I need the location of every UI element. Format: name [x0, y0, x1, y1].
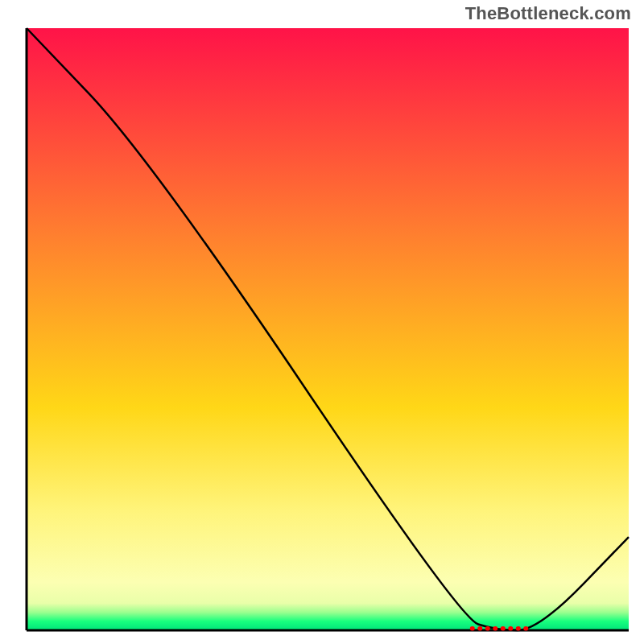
chart-container: TheBottleneck.com	[0, 0, 644, 644]
plot-background	[27, 28, 629, 630]
bottleneck-chart	[0, 0, 644, 644]
